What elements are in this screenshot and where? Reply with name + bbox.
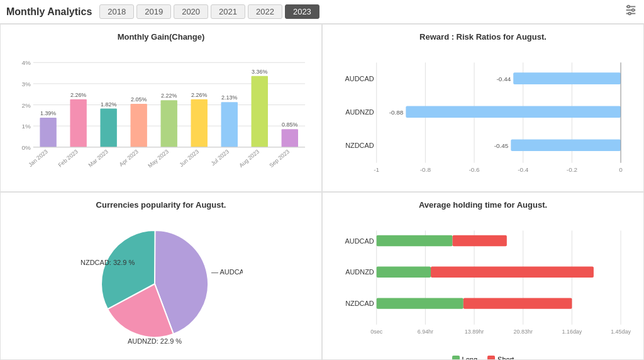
svg-text:Jul 2023: Jul 2023 xyxy=(210,149,230,167)
svg-text:AUDNZD: AUDNZD xyxy=(345,108,374,116)
reward-risk-panel: Reward : Risk Ratios for August. -1-0.8-… xyxy=(322,24,644,192)
svg-text:1.16day: 1.16day xyxy=(562,329,582,335)
pie-svg: — AUDCAD: 44.3 %AUDNZD: 22.9 %NZDCAD: 32… xyxy=(79,221,243,347)
svg-text:Feb 2023: Feb 2023 xyxy=(57,149,79,169)
svg-text:2.26%: 2.26% xyxy=(70,92,86,98)
bar-chart-svg: 0%1%2%3%4%1.39%Jan 20232.26%Feb 20231.82… xyxy=(11,47,311,185)
year-tab-2022[interactable]: 2022 xyxy=(248,4,282,19)
svg-text:1.39%: 1.39% xyxy=(40,110,56,116)
svg-text:4%: 4% xyxy=(21,59,31,66)
main-grid: Monthly Gain(Change) 0%1%2%3%4%1.39%Jan … xyxy=(0,24,644,360)
svg-text:0.85%: 0.85% xyxy=(282,121,297,128)
svg-text:AUDNZD: AUDNZD xyxy=(345,268,374,276)
monthly-gain-title: Monthly Gain(Change) xyxy=(11,32,311,42)
short-label: Short xyxy=(497,356,514,360)
svg-rect-62 xyxy=(511,140,621,152)
svg-text:1.45day: 1.45day xyxy=(611,329,631,335)
svg-text:2.13%: 2.13% xyxy=(221,94,237,101)
holding-area: 0sec6.94hr13.89hr20.83hr1.16day1.45dayAU… xyxy=(333,215,633,353)
svg-text:Jun 2023: Jun 2023 xyxy=(178,149,200,168)
svg-rect-31 xyxy=(191,99,208,147)
svg-text:NZDCAD: NZDCAD xyxy=(345,300,374,307)
svg-text:May 2023: May 2023 xyxy=(147,149,170,169)
svg-text:2.22%: 2.22% xyxy=(161,93,177,99)
svg-rect-88 xyxy=(464,298,572,308)
reward-risk-title: Reward : Risk Ratios for August. xyxy=(333,32,633,42)
svg-rect-87 xyxy=(377,298,464,308)
svg-text:AUDCAD: AUDCAD xyxy=(345,75,374,82)
svg-text:3%: 3% xyxy=(21,81,31,87)
svg-rect-28 xyxy=(160,100,177,147)
svg-text:-1: -1 xyxy=(374,166,379,173)
holding-time-title: Average holding time for August. xyxy=(333,200,633,210)
svg-text:0sec: 0sec xyxy=(370,329,382,335)
legend-short: Short xyxy=(487,356,514,360)
svg-text:-0.6: -0.6 xyxy=(469,166,480,173)
svg-text:NZDCAD: 32.9 %: NZDCAD: 32.9 % xyxy=(80,259,135,266)
svg-text:-0.4: -0.4 xyxy=(518,166,529,173)
long-color-dot xyxy=(452,356,460,360)
page-title: Monthly Analytics xyxy=(6,6,92,18)
svg-text:-0.45: -0.45 xyxy=(494,142,509,149)
svg-text:1%: 1% xyxy=(21,123,31,130)
year-tab-2019[interactable]: 2019 xyxy=(136,4,171,19)
svg-text:-0.44: -0.44 xyxy=(497,76,511,82)
long-label: Long xyxy=(462,356,477,360)
svg-rect-25 xyxy=(130,104,147,147)
svg-text:20.83hr: 20.83hr xyxy=(514,329,533,335)
svg-text:0%: 0% xyxy=(21,144,31,151)
holding-svg: 0sec6.94hr13.89hr20.83hr1.16day1.45dayAU… xyxy=(333,215,633,353)
svg-text:NZDCAD: NZDCAD xyxy=(345,142,374,149)
svg-text:2%: 2% xyxy=(21,102,31,109)
currencies-title: Currencies popularity for August. xyxy=(11,200,311,210)
svg-text:3.36%: 3.36% xyxy=(252,69,267,75)
svg-point-4 xyxy=(632,9,635,11)
year-tab-2023[interactable]: 2023 xyxy=(285,4,319,19)
svg-rect-16 xyxy=(40,118,56,147)
svg-rect-85 xyxy=(431,267,594,278)
monthly-gain-panel: Monthly Gain(Change) 0%1%2%3%4%1.39%Jan … xyxy=(0,24,322,192)
holding-time-panel: Average holding time for August. 0sec6.9… xyxy=(322,192,644,360)
svg-rect-19 xyxy=(70,99,86,147)
svg-text:-0.8: -0.8 xyxy=(420,166,431,173)
svg-rect-84 xyxy=(377,267,431,278)
currencies-panel: Currencies popularity for August. — AUDC… xyxy=(0,192,322,360)
svg-text:13.89hr: 13.89hr xyxy=(465,329,484,335)
svg-text:Aug 2023: Aug 2023 xyxy=(238,149,260,169)
bar-chart-area: 0%1%2%3%4%1.39%Jan 20232.26%Feb 20231.82… xyxy=(11,47,311,185)
svg-rect-22 xyxy=(100,109,116,147)
svg-rect-37 xyxy=(252,76,268,147)
svg-rect-82 xyxy=(453,235,507,246)
svg-rect-81 xyxy=(377,235,453,246)
settings-icon[interactable] xyxy=(624,3,638,20)
svg-text:Apr 2023: Apr 2023 xyxy=(118,149,140,168)
header: Monthly Analytics 2018201920202021202220… xyxy=(0,0,644,24)
short-color-dot xyxy=(487,356,495,360)
year-tabs: 201820192020202120222023 xyxy=(99,4,319,19)
year-tab-2018[interactable]: 2018 xyxy=(99,4,134,19)
pie-area: — AUDCAD: 44.3 %AUDNZD: 22.9 %NZDCAD: 32… xyxy=(11,215,311,353)
svg-text:Mar 2023: Mar 2023 xyxy=(87,149,109,169)
svg-text:AUDCAD: AUDCAD xyxy=(345,237,374,245)
svg-text:AUDNZD: 22.9 %: AUDNZD: 22.9 % xyxy=(128,337,182,345)
svg-rect-40 xyxy=(282,129,298,147)
svg-rect-34 xyxy=(221,102,238,147)
svg-text:-0.88: -0.88 xyxy=(389,109,404,116)
svg-point-3 xyxy=(628,6,630,8)
svg-text:1.82%: 1.82% xyxy=(101,101,116,108)
svg-point-5 xyxy=(628,13,631,15)
year-tab-2020[interactable]: 2020 xyxy=(174,4,208,19)
risk-svg: -1-0.8-0.6-0.4-0.20AUDCAD-0.44AUDNZD-0.8… xyxy=(333,47,633,185)
svg-text:-0.2: -0.2 xyxy=(567,166,578,173)
svg-text:Sep 2023: Sep 2023 xyxy=(268,149,291,169)
svg-text:— AUDCAD: 44.3 %: — AUDCAD: 44.3 % xyxy=(211,268,243,276)
year-tab-2021[interactable]: 2021 xyxy=(211,4,245,19)
svg-text:0: 0 xyxy=(619,166,623,173)
svg-text:2.26%: 2.26% xyxy=(191,92,207,98)
svg-text:2.05%: 2.05% xyxy=(131,96,147,103)
svg-rect-56 xyxy=(513,72,621,84)
legend: Long Short xyxy=(333,356,633,360)
svg-rect-59 xyxy=(406,106,621,118)
legend-long: Long xyxy=(452,356,477,360)
risk-chart-area: -1-0.8-0.6-0.4-0.20AUDCAD-0.44AUDNZD-0.8… xyxy=(333,47,633,185)
